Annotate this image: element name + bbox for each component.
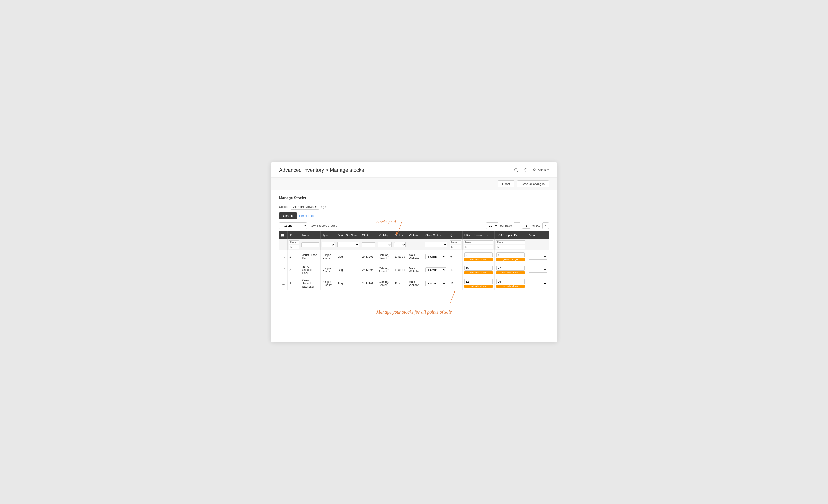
row-fr75-input-2[interactable] [464,279,493,284]
row-es08-input-1[interactable] [496,266,525,271]
current-page-input[interactable] [522,223,530,229]
filter-id-to[interactable] [289,245,299,249]
row-id: 2 [288,263,300,277]
row-attrib: Bag [336,277,360,290]
row-checkbox-1[interactable] [282,268,285,271]
search-button[interactable]: Search [279,213,297,219]
save-all-button[interactable]: Save all changes [517,180,549,187]
manage-stocks-arrow [436,290,464,304]
row-action-select-2[interactable] [529,281,547,286]
row-visibility: Catalog, Search [377,250,393,263]
col-es08: ES-08 | Spain Barc... [494,231,527,239]
svg-point-2 [525,171,526,172]
row-stock-status-select-1[interactable]: In Stock Out of Stock [425,267,446,272]
filter-name-col [300,239,321,250]
filter-fr75-to[interactable] [464,245,493,249]
admin-user-menu[interactable]: admin ▾ [532,168,549,172]
main-content: Manage Stocks Scope: All Store Views ▾ ?… [271,190,557,322]
filter-stock-status-select[interactable]: In Stock Out of Stock [425,242,447,247]
row-stock-status-select-0[interactable]: In Stock Out of Stock [425,254,446,259]
filter-fr75-col [462,239,494,250]
scope-dropdown-icon: ▾ [315,205,317,209]
notification-icon[interactable] [523,168,528,173]
row-stock-status-select-2[interactable]: In Stock Out of Stock [425,281,446,286]
row-qty: 42 [448,263,462,277]
filter-status-select[interactable] [394,242,406,247]
table-annotation-wrap: Stocks grid [279,231,549,315]
actions-select[interactable]: Actions [279,222,307,229]
row-attrib: Bag [336,250,360,263]
filter-checkbox-col [279,239,288,250]
svg-point-0 [515,169,517,171]
table-row: 3 Crown Summit Backpack Simple Product B… [279,277,549,290]
filter-qty-from[interactable] [450,240,461,244]
reset-filter-button[interactable]: Reset Filter [299,214,315,218]
row-fr75-input-0[interactable] [464,253,493,258]
page-header: Advanced Inventory > Manage stocks [271,162,557,178]
reset-button[interactable]: Reset [498,180,514,187]
row-type: Simple Product [321,250,336,263]
row-status: Enabled [393,263,407,277]
pagination-right: 20 per page ‹ of 103 › [486,222,549,229]
filter-visibility-col [377,239,393,250]
row-id: 1 [288,250,300,263]
filter-type-select[interactable] [322,242,335,247]
row-action [527,277,549,290]
col-name: Name [300,231,321,239]
col-fr75: FR-75 | France Par... [462,231,494,239]
help-icon[interactable]: ? [321,204,326,209]
row-action-select-0[interactable] [529,254,547,260]
filter-name-input[interactable] [301,242,319,247]
next-page-button[interactable]: › [542,222,549,229]
filter-status-col [393,239,407,250]
row-fr75-input-1[interactable] [464,266,493,271]
table-row: 2 Strive Shoulder Pack Simple Product Ba… [279,263,549,277]
bottom-annotation-area [279,290,549,304]
svg-point-3 [533,169,535,170]
per-page-label: per page [500,224,512,227]
filter-fr75-fromto [464,240,493,249]
row-checkbox-0[interactable] [282,255,285,258]
row-websites: Main Website [407,277,423,290]
filter-attrib-select[interactable] [337,242,359,247]
filter-es08-fromto [496,240,525,249]
filter-fr75-from[interactable] [464,240,493,244]
scope-select[interactable]: All Store Views ▾ [291,204,319,210]
per-page-select[interactable]: 20 [486,222,498,229]
row-checkbox-2[interactable] [282,282,285,285]
filter-type-col [321,239,336,250]
manage-annotation: Manage your stocks for all points of sal… [279,309,549,315]
row-sku: 24-MB03 [360,277,377,290]
filter-qty-col [448,239,462,250]
row-action [527,263,549,277]
row-es08: Backorder allowed [494,277,527,290]
main-card: Advanced Inventory > Manage stocks [271,162,557,342]
row-es08-input-0[interactable] [496,253,525,258]
filter-id-from[interactable] [289,240,299,244]
filter-es08-from[interactable] [496,240,525,244]
select-all-checkbox[interactable] [281,234,284,237]
filter-es08-to[interactable] [496,245,525,249]
row-action-select-1[interactable] [529,267,547,273]
filter-visibility-select[interactable] [378,242,391,247]
search-icon[interactable] [514,168,519,173]
select-all-dropdown[interactable]: ▾ [284,234,286,236]
filter-sku-input[interactable] [362,242,375,247]
row-es08-input-2[interactable] [496,279,525,284]
pagination-row: Actions 2046 records found 20 per page ‹… [279,222,549,229]
filter-qty-to[interactable] [450,245,461,249]
row-stock-status: In Stock Out of Stock [423,263,448,277]
prev-page-button[interactable]: ‹ [514,222,520,229]
row-es08-badge-1: Backorder allowed [496,271,525,274]
row-fr75-badge-0: Backorder allowed [464,258,493,261]
table-row: 1 Joust Duffle Bag Simple Product Bag 24… [279,250,549,263]
scope-label: Scope: [279,205,288,209]
row-fr75-badge-1: Backorder allowed [464,271,493,274]
col-attrib-set: Attrib. Set Name [336,231,360,239]
of-pages: of 103 [532,224,541,227]
row-attrib: Bag [336,263,360,277]
filter-id-fromto [289,240,299,249]
row-status: Enabled [393,250,407,263]
row-checkbox-cell [279,263,288,277]
row-name: Joust Duffle Bag [300,250,321,263]
